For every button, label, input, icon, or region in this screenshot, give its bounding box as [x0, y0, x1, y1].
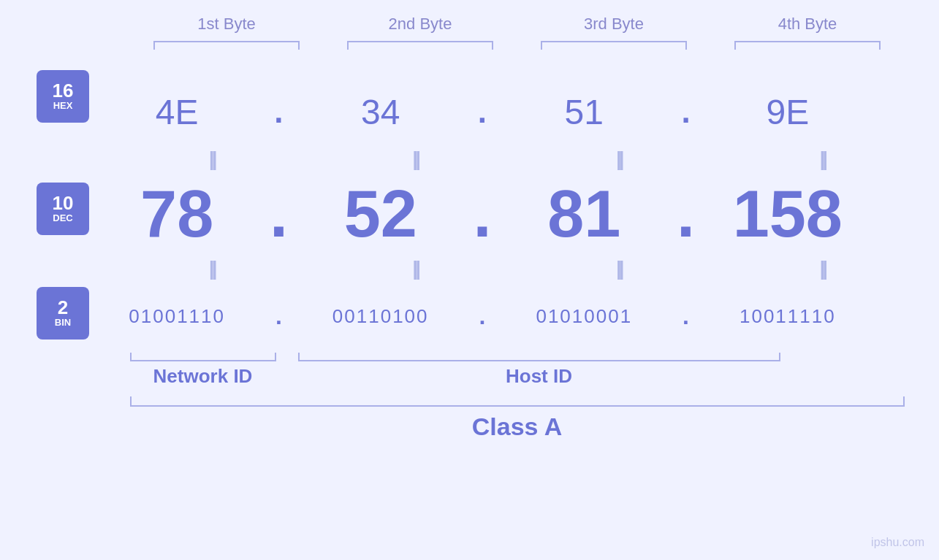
equals-row-2: || || || ||: [130, 254, 905, 283]
eq-1: ||: [139, 147, 285, 171]
bottom-brackets-row: [130, 353, 905, 361]
top-brackets: [130, 41, 905, 50]
byte-header-4: 4th Byte: [723, 15, 892, 34]
watermark: ipshu.com: [871, 536, 924, 549]
hex-byte-2: 34: [308, 92, 454, 132]
byte-header-2: 2nd Byte: [336, 15, 504, 34]
dot-dec-1: .: [267, 177, 289, 252]
bin-values: 01001110 . 00110100 . 01010001 . 1001111…: [95, 303, 870, 330]
bin-row: 01001110 . 00110100 . 01010001 . 1001111…: [0, 283, 939, 349]
eq2-2: ||: [342, 257, 488, 280]
class-bracket: [130, 396, 905, 407]
bracket-4: [734, 41, 881, 50]
eq2-4: ||: [749, 257, 895, 280]
dot-bin-2: .: [471, 303, 493, 330]
class-a-label: Class A: [130, 413, 905, 441]
dec-byte-4: 158: [715, 177, 861, 252]
class-section: Class A: [130, 396, 905, 441]
bracket-3: [541, 41, 687, 50]
dot-hex-3: .: [675, 93, 697, 130]
dec-byte-2: 52: [308, 177, 454, 252]
dec-byte-1: 78: [104, 177, 250, 252]
dec-row: 78 . 52 . 81 . 158: [0, 174, 939, 254]
bracket-2: [347, 41, 493, 50]
eq2-1: ||: [139, 257, 285, 280]
bin-byte-3: 01010001: [511, 305, 657, 328]
dot-dec-2: .: [471, 177, 493, 252]
dec-byte-3: 81: [511, 177, 657, 252]
dot-hex-2: .: [471, 93, 493, 130]
hex-values: 4E . 34 . 51 . 9E: [95, 92, 870, 132]
byte-headers-row: 1st Byte 2nd Byte 3rd Byte 4th Byte: [130, 15, 905, 34]
host-bracket: [298, 353, 780, 361]
dot-bin-1: .: [267, 303, 289, 330]
network-id-label: Network ID: [130, 365, 276, 388]
bottom-section: Network ID Host ID: [130, 353, 905, 388]
eq-3: ||: [546, 147, 692, 171]
dot-bin-3: .: [675, 303, 697, 330]
eq2-3: ||: [546, 257, 692, 280]
byte-header-3: 3rd Byte: [530, 15, 698, 34]
hex-byte-4: 9E: [715, 92, 861, 132]
byte-header-1: 1st Byte: [142, 15, 311, 34]
hex-byte-3: 51: [511, 92, 657, 132]
network-bracket: [130, 353, 276, 361]
hex-row: 4E . 34 . 51 . 9E: [0, 79, 939, 145]
eq-2: ||: [342, 147, 488, 171]
equals-row-1: || || || ||: [130, 145, 905, 174]
bin-byte-2: 00110100: [308, 305, 454, 328]
bin-byte-1: 01001110: [104, 305, 250, 328]
host-id-label: Host ID: [298, 365, 780, 388]
bin-byte-4: 10011110: [715, 305, 861, 328]
bottom-labels-row: Network ID Host ID: [130, 365, 905, 388]
eq-4: ||: [749, 147, 895, 171]
hex-byte-1: 4E: [104, 92, 250, 132]
main-container: 1st Byte 2nd Byte 3rd Byte 4th Byte 16 H…: [0, 0, 939, 560]
dot-hex-1: .: [267, 93, 289, 130]
dec-values: 78 . 52 . 81 . 158: [95, 177, 870, 252]
dot-dec-3: .: [675, 177, 697, 252]
bracket-1: [153, 41, 300, 50]
